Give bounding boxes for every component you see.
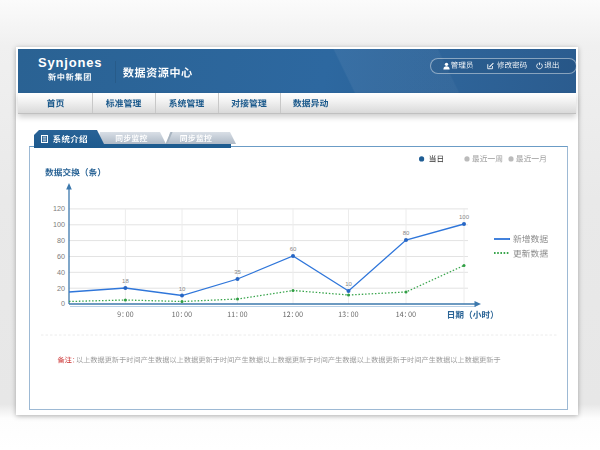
svg-text:80: 80 [403,230,410,236]
svg-text:40: 40 [57,268,65,277]
svg-text:18: 18 [122,278,129,284]
svg-text:100: 100 [459,214,470,220]
svg-text:20: 20 [57,284,65,293]
svg-text:10: 10 [179,286,186,292]
svg-text:120: 120 [53,204,65,213]
svg-text:0: 0 [61,299,65,308]
svg-text:10: 10 [345,281,352,287]
svg-text:35: 35 [234,269,241,275]
svg-text:60: 60 [57,252,65,261]
svg-text:60: 60 [290,246,297,252]
svg-text:100: 100 [53,220,65,229]
svg-text:80: 80 [57,236,65,245]
